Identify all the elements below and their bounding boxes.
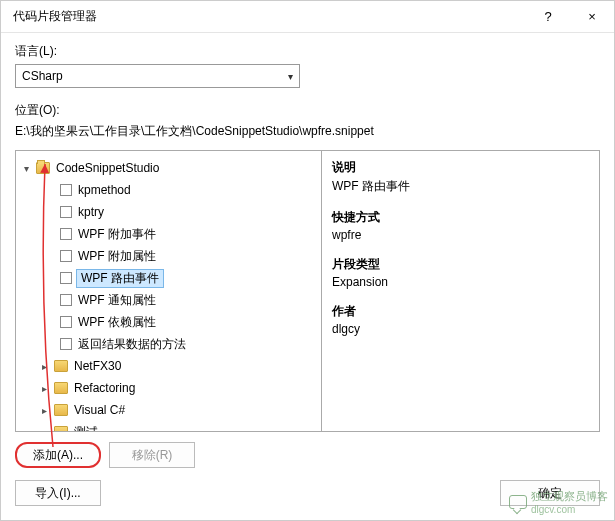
shortcut-label: 快捷方式 bbox=[332, 209, 589, 226]
author-value: dlgcy bbox=[332, 322, 589, 336]
expander-icon[interactable]: ▸ bbox=[38, 404, 50, 416]
folder-icon bbox=[54, 382, 68, 394]
checkbox-icon[interactable] bbox=[60, 294, 72, 306]
chevron-down-icon: ▾ bbox=[288, 71, 293, 82]
tree-folder-refactoring[interactable]: ▸Refactoring bbox=[20, 377, 317, 399]
tree-item-wpf-attached-event[interactable]: WPF 附加事件 bbox=[20, 223, 317, 245]
tree-item-kptry[interactable]: kptry bbox=[20, 201, 317, 223]
content-area: 语言(L): CSharp ▾ 位置(O): E:\我的坚果云\工作目录\工作文… bbox=[1, 33, 614, 510]
snippet-tree[interactable]: ▾ CodeSnippetStudio kpmethod kptry WPF 附… bbox=[16, 151, 322, 431]
folder-icon bbox=[54, 426, 68, 431]
watermark-domain: dlgcv.com bbox=[531, 504, 608, 515]
tree-item-wpf-routed-event[interactable]: WPF 路由事件 bbox=[20, 267, 317, 289]
expander-icon[interactable]: ▾ bbox=[20, 162, 32, 174]
shortcut-value: wpfre bbox=[332, 228, 589, 242]
desc-value: WPF 路由事件 bbox=[332, 178, 589, 195]
location-label: 位置(O): bbox=[15, 102, 600, 119]
window-title: 代码片段管理器 bbox=[13, 8, 526, 25]
folder-icon bbox=[54, 404, 68, 416]
remove-button: 移除(R) bbox=[109, 442, 195, 468]
type-label: 片段类型 bbox=[332, 256, 589, 273]
tree-item-wpf-dependency-property[interactable]: WPF 依赖属性 bbox=[20, 311, 317, 333]
close-button[interactable]: × bbox=[570, 1, 614, 33]
checkbox-icon[interactable] bbox=[60, 272, 72, 284]
tree-item-wpf-attached-property[interactable]: WPF 附加属性 bbox=[20, 245, 317, 267]
expander-icon[interactable]: ▸ bbox=[38, 382, 50, 394]
tree-root-label: CodeSnippetStudio bbox=[54, 161, 161, 175]
tree-item-wpf-notify-property[interactable]: WPF 通知属性 bbox=[20, 289, 317, 311]
language-combo[interactable]: CSharp ▾ bbox=[15, 64, 300, 88]
checkbox-icon[interactable] bbox=[60, 184, 72, 196]
detail-pane: 说明WPF 路由事件 快捷方式wpfre 片段类型Expansion 作者dlg… bbox=[322, 151, 599, 431]
author-label: 作者 bbox=[332, 303, 589, 320]
desc-label: 说明 bbox=[332, 159, 589, 176]
help-button[interactable]: ? bbox=[526, 1, 570, 33]
folder-open-icon bbox=[36, 162, 50, 174]
watermark-name: 独立观察员博客 bbox=[531, 489, 608, 504]
tree-folder-test[interactable]: ▸测试 bbox=[20, 421, 317, 431]
add-remove-row: 添加(A)... 移除(R) bbox=[15, 442, 600, 468]
tree-root[interactable]: ▾ CodeSnippetStudio bbox=[20, 157, 317, 179]
checkbox-icon[interactable] bbox=[60, 316, 72, 328]
tree-item-kpmethod[interactable]: kpmethod bbox=[20, 179, 317, 201]
expander-icon[interactable]: ▸ bbox=[38, 360, 50, 372]
message-icon bbox=[509, 495, 527, 509]
type-value: Expansion bbox=[332, 275, 589, 289]
checkbox-icon[interactable] bbox=[60, 228, 72, 240]
split-panel: ▾ CodeSnippetStudio kpmethod kptry WPF 附… bbox=[15, 150, 600, 432]
tree-item-return-result[interactable]: 返回结果数据的方法 bbox=[20, 333, 317, 355]
language-value: CSharp bbox=[22, 69, 288, 83]
folder-icon bbox=[54, 360, 68, 372]
tree-folder-netfx30[interactable]: ▸NetFX30 bbox=[20, 355, 317, 377]
import-button[interactable]: 导入(I)... bbox=[15, 480, 101, 506]
add-button[interactable]: 添加(A)... bbox=[15, 442, 101, 468]
titlebar: 代码片段管理器 ? × bbox=[1, 1, 614, 33]
checkbox-icon[interactable] bbox=[60, 206, 72, 218]
language-label: 语言(L): bbox=[15, 43, 600, 60]
location-path: E:\我的坚果云\工作目录\工作文档\CodeSnippetStudio\wpf… bbox=[15, 123, 600, 140]
watermark: 独立观察员博客 dlgcv.com bbox=[509, 489, 608, 515]
checkbox-icon[interactable] bbox=[60, 338, 72, 350]
checkbox-icon[interactable] bbox=[60, 250, 72, 262]
tree-folder-visualcsharp[interactable]: ▸Visual C# bbox=[20, 399, 317, 421]
expander-icon[interactable]: ▸ bbox=[38, 426, 50, 431]
